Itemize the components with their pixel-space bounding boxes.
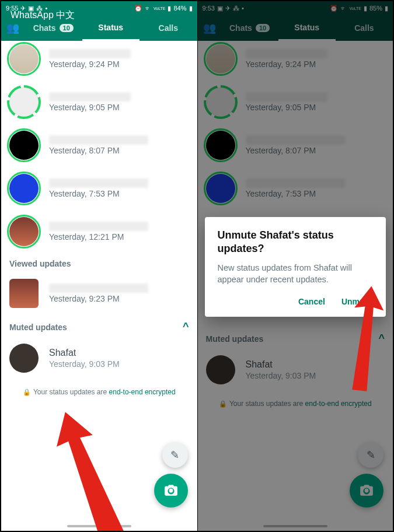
contact-name-redacted (49, 178, 148, 188)
screen-left: 9:55 ✈ ▣ ⁂ • ⏰ ᯤ VoLTE ▮ 84% ▮ 👥 Chats 1… (1, 1, 197, 531)
encrypt-link[interactable]: end-to-end encrypted (109, 388, 176, 396)
status-ring (7, 276, 41, 310)
svg-marker-0 (47, 405, 133, 531)
status-ring (7, 341, 41, 375)
battery-icon: ▮ (189, 5, 193, 12)
status-time: Yesterday, 9:24 PM (49, 60, 131, 69)
status-time: Yesterday, 9:03 PM (49, 359, 120, 369)
contact-name-redacted (49, 284, 148, 293)
unmute-dialog: Unmute Shafat's status updates? New stat… (205, 217, 386, 317)
status-list: Yesterday, 9:24 PM Yesterday, 9:05 PM Ye… (1, 41, 197, 531)
status-row[interactable]: Yesterday, 9:24 PM (1, 41, 197, 80)
viewed-label: Viewed updates (9, 259, 71, 268)
contact-name-redacted (49, 92, 131, 102)
screen-right: 9:53 ▣ ✈ ⁂ • ⏰ ᯤ VoLTE ▮ 85% ▮ 👥 Chats 1… (197, 1, 393, 531)
edit-status-fab[interactable]: ✎ (162, 442, 188, 468)
tab-status-label: Status (98, 23, 123, 32)
muted-section-header[interactable]: Muted updates ^ (1, 315, 197, 337)
volte-icon: VoLTE (154, 6, 166, 10)
contact-name-redacted (49, 222, 148, 231)
unmute-button[interactable]: Unmute (341, 297, 372, 306)
camera-fab[interactable] (154, 474, 188, 508)
chats-badge: 10 (60, 24, 74, 32)
android-nav-bar (67, 525, 131, 527)
alarm-icon: ⏰ (134, 5, 142, 12)
avatar (9, 217, 39, 246)
pencil-icon: ✎ (170, 449, 179, 461)
community-icon[interactable]: 👥 (1, 22, 25, 34)
status-ring (7, 85, 41, 119)
status-row[interactable]: Yesterday, 12:21 PM (1, 210, 197, 253)
status-time: Yesterday, 9:23 PM (49, 294, 148, 303)
cancel-button[interactable]: Cancel (298, 297, 325, 306)
annotation-arrow (26, 400, 151, 531)
camera-icon (163, 483, 179, 498)
contact-name-redacted (49, 135, 148, 145)
status-time: Yesterday, 12:21 PM (49, 232, 148, 242)
watermark-text: WhatsApp 中文 (11, 9, 75, 22)
tab-status[interactable]: Status (82, 15, 140, 41)
avatar (9, 174, 39, 203)
dialog-body: New status updates from Shafat will appe… (218, 262, 374, 286)
avatar (9, 279, 39, 308)
encrypt-text: Your status updates are (33, 388, 109, 396)
battery-text: 84% (173, 5, 186, 12)
tab-chats-label: Chats (33, 23, 56, 33)
tab-calls-label: Calls (159, 23, 178, 33)
muted-status-row[interactable]: Shafat Yesterday, 9:03 PM (1, 337, 197, 380)
avatar (9, 344, 39, 373)
status-row[interactable]: Yesterday, 9:05 PM (1, 80, 197, 124)
status-time: Yesterday, 7:53 PM (49, 189, 148, 198)
avatar (9, 44, 39, 74)
status-row[interactable]: Yesterday, 7:53 PM (1, 167, 197, 210)
contact-name-redacted (49, 49, 131, 58)
avatar (9, 88, 39, 117)
tab-calls[interactable]: Calls (140, 15, 197, 41)
status-ring (7, 215, 41, 249)
status-row[interactable]: Yesterday, 8:07 PM (1, 124, 197, 167)
chevron-up-icon: ^ (183, 321, 189, 333)
wifi-icon: ᯤ (145, 5, 151, 12)
lock-icon: 🔒 (23, 388, 31, 396)
contact-name: Shafat (49, 348, 120, 358)
avatar (9, 131, 39, 160)
status-ring (7, 172, 41, 205)
viewed-section-header: Viewed updates (1, 253, 197, 272)
status-row[interactable]: Yesterday, 9:23 PM (1, 272, 197, 315)
dialog-title: Unmute Shafat's status updates? (218, 229, 374, 256)
status-time: Yesterday, 9:05 PM (49, 103, 131, 112)
status-ring (7, 42, 41, 76)
encryption-notice: 🔒Your status updates are end-to-end encr… (1, 380, 197, 396)
signal-icon: ▮ (168, 5, 171, 12)
status-ring (7, 128, 41, 162)
muted-label: Muted updates (9, 323, 67, 332)
status-time: Yesterday, 8:07 PM (49, 146, 148, 155)
